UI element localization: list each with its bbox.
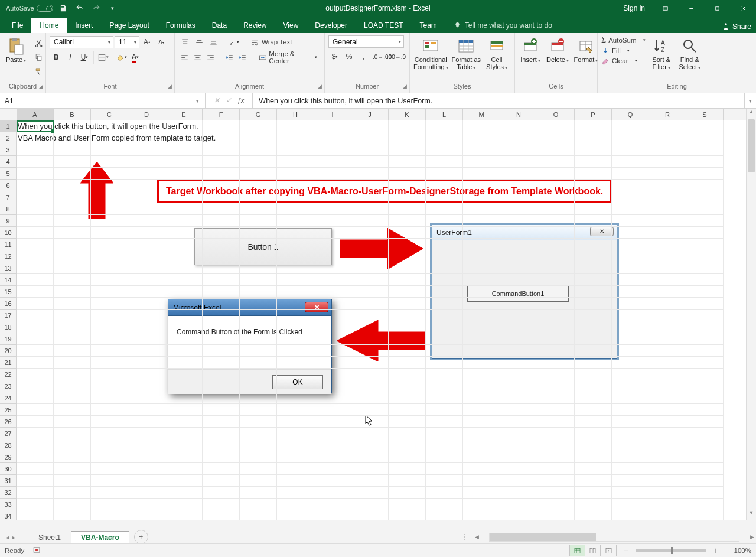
row-header-24[interactable]: 24 (0, 392, 17, 404)
col-header-L[interactable]: L (426, 109, 463, 120)
row-header-6[interactable]: 6 (0, 180, 17, 191)
row-header-14[interactable]: 14 (0, 274, 17, 286)
align-left-icon[interactable] (178, 51, 190, 64)
col-header-N[interactable]: N (500, 109, 537, 120)
col-header-S[interactable]: S (686, 109, 724, 120)
increase-indent-icon[interactable] (236, 51, 248, 64)
percent-format-icon[interactable]: % (343, 50, 356, 63)
row-header-1[interactable]: 1 (0, 120, 17, 132)
normal-view-button[interactable] (570, 545, 585, 556)
row-header-28[interactable]: 28 (0, 439, 17, 451)
tab-formulas[interactable]: Formulas (158, 18, 204, 33)
col-header-O[interactable]: O (537, 109, 575, 120)
close-button[interactable] (730, 0, 756, 17)
cell-area[interactable]: When you click this button, it will open… (17, 120, 746, 520)
col-header-F[interactable]: F (203, 109, 240, 120)
font-size-combo[interactable]: 11 (115, 36, 139, 48)
comma-format-icon[interactable]: , (357, 50, 370, 63)
format-painter-icon[interactable] (32, 65, 45, 78)
hscroll-right-icon[interactable]: ▶ (748, 534, 756, 540)
col-header-G[interactable]: G (240, 109, 277, 120)
fill-button[interactable]: Fill ▾ (601, 47, 646, 55)
zoom-level[interactable]: 100% (725, 547, 751, 554)
sheet-tab-sheet1[interactable]: Sheet1 (28, 531, 71, 544)
find-select-button[interactable]: Find & Select (677, 35, 702, 70)
tab-data[interactable]: Data (204, 18, 235, 33)
insert-cells-button[interactable]: Insert (519, 35, 542, 64)
zoom-slider[interactable] (636, 549, 706, 552)
delete-cells-button[interactable]: Delete (546, 35, 569, 64)
qat-customize-icon[interactable]: ▾ (106, 2, 119, 15)
row-header-33[interactable]: 33 (0, 499, 17, 510)
number-format-combo[interactable]: General (328, 35, 404, 48)
col-header-R[interactable]: R (649, 109, 686, 120)
col-header-D[interactable]: D (128, 109, 165, 120)
conditional-formatting-button[interactable]: Conditional Formatting (413, 35, 448, 70)
row-header-25[interactable]: 25 (0, 404, 17, 416)
row-header-20[interactable]: 20 (0, 345, 17, 357)
macro-record-icon[interactable] (32, 546, 41, 555)
hscroll-left-icon[interactable]: ◀ (472, 534, 481, 540)
vscroll-thumb[interactable] (748, 119, 755, 172)
col-header-Q[interactable]: Q (612, 109, 649, 120)
page-break-view-button[interactable] (601, 545, 616, 556)
autosave-toggle[interactable]: AutoSave (6, 5, 53, 12)
row-header-8[interactable]: 8 (0, 203, 17, 215)
row-header-18[interactable]: 18 (0, 321, 17, 333)
hscroll-thumb[interactable] (490, 533, 596, 541)
col-header-E[interactable]: E (165, 109, 203, 120)
signin-link[interactable]: Sign in (616, 4, 652, 12)
tab-review[interactable]: Review (235, 18, 275, 33)
align-center-icon[interactable] (191, 51, 203, 64)
col-header-C[interactable]: C (91, 109, 128, 120)
font-dialog-launcher[interactable]: ◢ (168, 83, 172, 89)
redo-icon[interactable] (90, 2, 103, 15)
italic-button[interactable]: I (64, 51, 77, 64)
name-box[interactable]: A1 (0, 93, 206, 108)
row-header-15[interactable]: 15 (0, 286, 17, 298)
decrease-indent-icon[interactable] (223, 51, 235, 64)
tab-split-handle[interactable]: ⋮ (461, 533, 472, 541)
row-header-26[interactable]: 26 (0, 416, 17, 428)
tab-developer[interactable]: Developer (307, 18, 356, 33)
alignment-dialog-launcher[interactable]: ◢ (318, 83, 322, 89)
row-header-23[interactable]: 23 (0, 380, 17, 392)
tab-file[interactable]: File (4, 18, 31, 33)
align-top-icon[interactable] (178, 35, 191, 48)
clipboard-dialog-launcher[interactable]: ◢ (39, 83, 43, 89)
cell-styles-button[interactable]: Cell Styles (484, 35, 509, 70)
col-header-M[interactable]: M (463, 109, 500, 120)
align-middle-icon[interactable] (193, 35, 206, 48)
font-color-button[interactable]: A▾ (129, 51, 142, 64)
row-header-9[interactable]: 9 (0, 215, 17, 227)
horizontal-scrollbar[interactable]: ◀ ▶ (472, 532, 756, 542)
number-dialog-launcher[interactable]: ◢ (403, 83, 407, 89)
row-header-22[interactable]: 22 (0, 369, 17, 380)
row-header-32[interactable]: 32 (0, 487, 17, 499)
page-layout-view-button[interactable] (585, 545, 601, 556)
row-header-7[interactable]: 7 (0, 191, 17, 203)
row-header-19[interactable]: 19 (0, 333, 17, 345)
column-headers[interactable]: ABCDEFGHIJKLMNOPQRS (0, 109, 746, 120)
maximize-button[interactable] (704, 0, 730, 17)
paste-button[interactable]: Paste (4, 35, 28, 64)
wrap-text-button[interactable]: Wrap Text (247, 35, 295, 48)
tab-home[interactable]: Home (31, 18, 67, 33)
tab-page-layout[interactable]: Page Layout (101, 18, 157, 33)
row-header-12[interactable]: 12 (0, 250, 17, 262)
underline-button[interactable]: U▾ (78, 51, 91, 64)
grow-font-icon[interactable]: A▴ (141, 35, 154, 48)
col-header-J[interactable]: J (351, 109, 389, 120)
sheet-nav-prev[interactable]: ◂ (6, 534, 9, 540)
new-sheet-button[interactable]: + (134, 530, 148, 544)
col-header-K[interactable]: K (389, 109, 426, 120)
copy-icon[interactable] (32, 51, 45, 64)
tab-team[interactable]: Team (411, 18, 445, 33)
minimize-button[interactable] (678, 0, 704, 17)
tab-insert[interactable]: Insert (67, 18, 101, 33)
row-header-27[interactable]: 27 (0, 428, 17, 439)
col-header-P[interactable]: P (575, 109, 612, 120)
cut-icon[interactable] (32, 37, 45, 50)
zoom-in-button[interactable]: + (711, 546, 721, 555)
col-header-A[interactable]: A (17, 109, 54, 120)
